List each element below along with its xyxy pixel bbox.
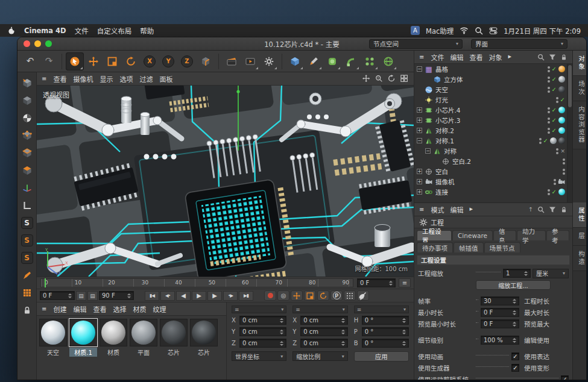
tree-row[interactable]: −▦晶格✓ (414, 64, 567, 74)
range-end-field[interactable]: 90 F (99, 291, 134, 300)
render-settings-button[interactable] (260, 52, 278, 70)
visibility-dots[interactable] (548, 117, 550, 124)
unit-dropdown[interactable]: 厘米▾ (533, 269, 569, 278)
snap-toggle-button[interactable]: S (19, 215, 35, 230)
apple-menu-icon[interactable] (7, 26, 16, 35)
attribute-hamburger-icon[interactable]: ≡ (419, 207, 424, 213)
lockm-icon[interactable] (560, 206, 567, 213)
viewport-hamburger-icon[interactable]: ≡ (42, 76, 46, 82)
material-menu-3[interactable]: 选择 (113, 304, 126, 314)
viewport-menu-1[interactable]: 摄像机 (73, 74, 93, 84)
tree-row[interactable]: +连接✓ (414, 187, 567, 197)
material-menu-5[interactable]: 纹理 (153, 304, 166, 314)
tab-信息[interactable]: 信息 (493, 230, 516, 240)
viewport-menu-2[interactable]: 显示 (100, 74, 113, 84)
checkbox[interactable]: ✓ (511, 352, 519, 360)
material-tag[interactable] (558, 76, 565, 83)
material-thumbnail[interactable] (100, 319, 127, 346)
value-field[interactable]: 30 (481, 296, 519, 305)
spinner-icon[interactable] (389, 281, 393, 286)
menu-bar-clock[interactable]: 1月21日 周四 下午 2:09 (504, 26, 581, 36)
input-source-icon[interactable]: A (411, 26, 420, 35)
visibility-dots[interactable] (548, 128, 550, 134)
object-manager-hamburger-icon[interactable]: ≡ (419, 54, 424, 60)
visibility-dots[interactable] (563, 158, 565, 164)
make-editable-button[interactable] (19, 75, 35, 90)
coordinate-group-header[interactable]: ≡▾ (292, 305, 347, 313)
visibility-dots[interactable] (554, 179, 556, 185)
add-deformer-button[interactable] (342, 52, 360, 70)
pan-view-icon[interactable] (362, 75, 371, 83)
material-tag[interactable] (558, 189, 565, 195)
value-field[interactable]: 0 F (481, 308, 519, 317)
key-scale-toggle[interactable] (304, 290, 316, 301)
object-manager-scrollbar[interactable] (567, 64, 572, 202)
tab-场景节点[interactable]: 场景节点 (484, 242, 520, 252)
tab-Cineware[interactable]: Cineware (452, 230, 493, 240)
material-item[interactable]: 材质.1 (69, 319, 97, 357)
camera-tag-icon[interactable] (558, 178, 565, 186)
key-pla-toggle[interactable] (344, 290, 356, 301)
coordinate-system-toggle[interactable] (197, 52, 215, 70)
live-selection-tool[interactable] (66, 52, 84, 70)
object-name[interactable]: 立方体 (444, 75, 463, 84)
lock-button[interactable] (19, 302, 35, 318)
material-thumbnail[interactable] (39, 319, 67, 346)
tab-帧插值[interactable]: 帧插值 (454, 242, 484, 252)
menu-item-0[interactable]: 文件 (75, 26, 89, 36)
prev-frame-button[interactable]: ◀ (176, 291, 191, 301)
tree-row[interactable]: +对称.2✓ (414, 125, 567, 136)
enabled-check-icon[interactable]: ✓ (552, 86, 557, 93)
team-render-button[interactable] (357, 290, 369, 301)
om-menu-2[interactable]: 查看 (469, 52, 482, 62)
key-position-toggle[interactable] (291, 290, 303, 301)
move-tool[interactable] (84, 52, 103, 70)
object-name[interactable]: 小芯片.4 (435, 105, 461, 114)
material-tag[interactable] (558, 137, 565, 144)
range-mode-button-2[interactable]: ▤ (87, 291, 98, 301)
quantize-button[interactable]: S (19, 250, 35, 265)
visibility-dots[interactable] (563, 169, 565, 175)
coordinate-field[interactable]: 0 ° (362, 327, 409, 336)
add-generator-button[interactable] (323, 52, 341, 70)
material-item[interactable]: 材质 (100, 319, 127, 357)
tab-工程设置[interactable]: 工程设置 (417, 230, 452, 240)
tab-动力学[interactable]: 动力学 (517, 230, 546, 240)
tree-row[interactable]: +小芯片.4✓ (414, 105, 567, 115)
wifi-icon[interactable] (460, 27, 469, 34)
undo-button[interactable]: ↶ (21, 52, 39, 70)
object-name[interactable]: 晶格 (435, 64, 448, 74)
expand-toggle[interactable]: + (417, 189, 422, 195)
add-scene-object-button[interactable] (361, 52, 379, 70)
expand-toggle[interactable]: + (417, 179, 422, 184)
node-space-dropdown[interactable]: 节点空间▾ (369, 39, 463, 49)
viewport-3d-scene[interactable] (37, 86, 414, 277)
viewport-menu-4[interactable]: 过滤 (139, 74, 153, 84)
coordinate-field[interactable]: 0 ° (362, 339, 409, 348)
tab-参考[interactable]: 参考 (546, 230, 569, 240)
object-name[interactable]: 灯光 (435, 95, 448, 104)
material-tag[interactable] (550, 137, 557, 144)
visibility-dots[interactable] (556, 148, 558, 154)
visibility-dots[interactable] (548, 77, 550, 83)
scale-project-button[interactable]: 缩放工程... (476, 280, 551, 290)
coordinate-field[interactable]: 0 ° (362, 316, 409, 325)
tree-row[interactable]: +灯光✓ (414, 95, 567, 105)
enable-axis-button[interactable] (19, 180, 35, 195)
array-tool-button[interactable] (19, 285, 35, 300)
app-menu[interactable]: Cinema 4D (24, 27, 66, 35)
coordinate-space-dropdown[interactable]: 缩放比例▾ (292, 351, 347, 361)
searchsm-icon[interactable] (537, 206, 545, 213)
tree-row[interactable]: −对称.1✓ (414, 136, 567, 146)
object-name[interactable]: 空白.2 (452, 157, 471, 166)
edges-mode-button[interactable] (19, 145, 35, 160)
visibility-dots[interactable] (548, 107, 550, 113)
assistant-menu-item[interactable]: Mac助理 (426, 26, 454, 36)
panel-tab-场次[interactable]: 场次 (573, 76, 586, 101)
material-tag[interactable] (558, 107, 565, 113)
am-menu-1[interactable]: 编辑 (450, 205, 463, 214)
key-parameter-toggle[interactable]: P (330, 290, 343, 301)
enabled-check-icon[interactable]: ✓ (552, 76, 557, 83)
next-key-button[interactable]: •▶ (223, 291, 238, 301)
spotlight-search-icon[interactable] (475, 27, 483, 35)
